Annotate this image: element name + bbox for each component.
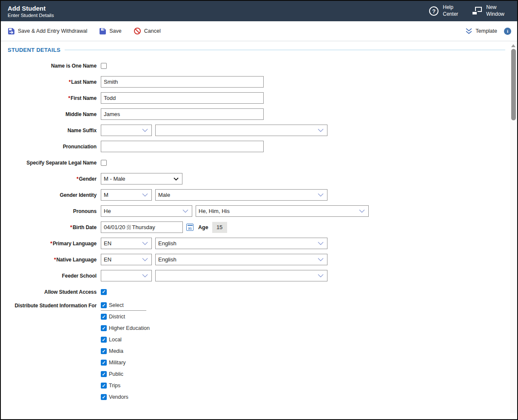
vendors-checkbox[interactable] — [101, 394, 107, 400]
last-name-label: *Last Name — [8, 79, 97, 85]
gender-identity-row: Gender Identity M Male — [8, 189, 517, 201]
title-block: Add Student Enter Student Details — [8, 5, 54, 18]
pronunciation-row: Pronunciation — [8, 141, 517, 152]
chevron-down-icon — [318, 128, 324, 132]
select-checkbox[interactable] — [101, 302, 107, 308]
primary-language-code-dropdown[interactable]: EN — [101, 238, 152, 249]
app-header: Add Student Enter Student Details ? Help… — [1, 1, 517, 21]
help-center-button[interactable]: ? Help Center — [429, 4, 458, 17]
double-chevron-down-icon — [465, 28, 472, 34]
save-add-entry-withdrawal-button[interactable]: Save & Add Entry Withdrawal — [8, 28, 87, 35]
new-window-label-line2: Window — [486, 11, 504, 18]
section-header: STUDENT DETAILS — [8, 47, 505, 53]
primary-language-description-dropdown[interactable]: English — [155, 238, 327, 249]
middle-name-label: Middle Name — [8, 111, 97, 117]
help-icon: ? — [429, 6, 438, 16]
pronunciation-label: Pronunciation — [8, 144, 97, 150]
native-language-label: *Native Language — [8, 257, 97, 263]
section-title: STUDENT DETAILS — [8, 47, 60, 53]
redacted-year — [127, 225, 131, 230]
primary-language-row: *Primary Language EN English — [8, 238, 517, 249]
distribute-student-information-row: Distribute Student Information For Selec… — [8, 302, 517, 406]
gender-identity-code-dropdown[interactable]: M — [101, 189, 152, 201]
cancel-button[interactable]: Cancel — [134, 27, 161, 35]
feeder-school-description-dropdown[interactable] — [155, 270, 327, 281]
name-suffix-label: Name Suffix — [8, 128, 97, 133]
native-language-code-dropdown[interactable]: EN — [101, 254, 152, 265]
allow-student-access-label: Allow Student Access — [8, 289, 97, 295]
student-details-section: STUDENT DETAILS Name is One Name *Last N… — [1, 41, 517, 406]
feeder-school-code-dropdown[interactable] — [101, 270, 152, 281]
feeder-school-label: Feeder School — [8, 273, 97, 279]
vertical-scrollbar[interactable] — [510, 41, 517, 413]
distribute-option-select: Select — [101, 302, 146, 311]
help-label-line1: Help — [443, 4, 458, 11]
gender-identity-description-dropdown[interactable]: Male — [155, 189, 327, 201]
chevron-down-icon — [182, 209, 188, 213]
save-label: Save — [109, 28, 122, 34]
name-suffix-row: Name Suffix — [8, 125, 517, 136]
allow-student-access-row: Allow Student Access — [8, 286, 517, 298]
name-is-one-name-checkbox[interactable] — [101, 63, 107, 69]
first-name-row: *First Name — [8, 92, 517, 104]
section-divider — [65, 50, 505, 50]
higher-education-checkbox[interactable] — [101, 325, 107, 331]
chevron-down-icon — [142, 241, 148, 245]
chevron-down-icon — [142, 258, 148, 261]
pronunciation-input[interactable] — [101, 141, 264, 152]
native-language-description-dropdown[interactable]: English — [155, 254, 327, 265]
name-suffix-description-dropdown[interactable] — [155, 125, 327, 136]
first-name-input[interactable] — [101, 92, 264, 104]
trips-checkbox[interactable] — [101, 383, 107, 389]
military-label: Military — [109, 360, 126, 366]
page-title: Add Student — [8, 5, 54, 12]
first-name-label: *First Name — [8, 95, 97, 101]
district-checkbox[interactable] — [101, 314, 107, 320]
toolbar: Save & Add Entry Withdrawal Save Cancel — [1, 21, 517, 41]
new-window-button[interactable]: New Window — [472, 4, 504, 17]
public-checkbox[interactable] — [101, 371, 107, 377]
name-suffix-code-dropdown[interactable] — [101, 125, 152, 136]
chevron-down-icon — [142, 128, 148, 132]
local-checkbox[interactable] — [101, 337, 107, 343]
scrollbar-thumb[interactable] — [511, 49, 516, 120]
media-checkbox[interactable] — [101, 348, 107, 354]
new-window-label-line1: New — [486, 4, 504, 11]
save-arrow-icon — [8, 28, 15, 35]
distribute-option-media: Media — [101, 348, 150, 354]
save-icon — [99, 28, 106, 35]
chevron-down-icon — [142, 193, 148, 197]
cancel-label: Cancel — [144, 28, 161, 34]
gender-select[interactable]: M - Male — [101, 173, 182, 184]
distribute-options-list: Select District Higher Education Local M… — [101, 302, 150, 406]
middle-name-row: Middle Name — [8, 108, 517, 120]
specify-separate-legal-name-checkbox[interactable] — [101, 160, 107, 166]
scrollbar-up-arrow-icon[interactable] — [511, 44, 515, 47]
distribute-option-higher-education: Higher Education — [101, 325, 150, 331]
last-name-row: *Last Name — [8, 76, 517, 88]
gender-identity-label: Gender Identity — [8, 192, 97, 198]
feeder-school-row: Feeder School — [8, 270, 517, 281]
age-value: 15 — [212, 222, 227, 233]
military-checkbox[interactable] — [101, 360, 107, 366]
pronouns-code-dropdown[interactable]: He — [101, 205, 192, 217]
select-label: Select — [109, 302, 124, 308]
pronouns-label: Pronouns — [8, 208, 97, 214]
template-button[interactable]: Template — [465, 28, 497, 34]
birth-date-input[interactable]: 04/01/20 Thursday — [101, 221, 183, 233]
last-name-input[interactable] — [101, 76, 264, 88]
gender-row: *Gender M - Male — [8, 173, 517, 184]
chevron-down-icon — [318, 193, 324, 197]
info-icon[interactable]: i — [504, 28, 511, 35]
pronouns-description-dropdown[interactable]: He, Him, His — [196, 205, 369, 217]
calendar-icon[interactable]: 31 — [186, 224, 194, 231]
new-window-icon — [472, 7, 482, 15]
chevron-down-icon — [318, 258, 324, 261]
save-button[interactable]: Save — [99, 28, 122, 35]
trips-label: Trips — [109, 383, 120, 389]
middle-name-input[interactable] — [101, 108, 264, 120]
local-label: Local — [109, 337, 122, 343]
primary-language-label: *Primary Language — [8, 241, 97, 247]
distribute-option-local: Local — [101, 337, 150, 343]
allow-student-access-checkbox[interactable] — [101, 289, 107, 295]
